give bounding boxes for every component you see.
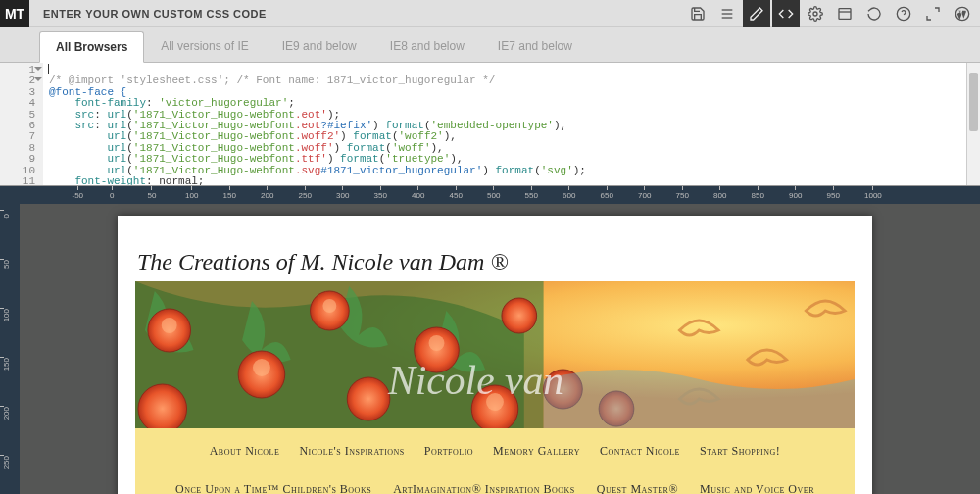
- archive-icon[interactable]: [831, 0, 858, 27]
- nav-item[interactable]: Memory Gallery: [493, 444, 580, 459]
- banner-image: Nicole van: [135, 281, 855, 428]
- svg-text:Nicole van: Nicole van: [387, 358, 564, 403]
- svg-point-3: [813, 12, 817, 16]
- site-nav: About NicoleNicole's InspirationsPortfol…: [135, 428, 855, 494]
- editor-scrollbar[interactable]: [966, 63, 980, 185]
- tab-all-versions-of-ie[interactable]: All versions of IE: [144, 30, 265, 62]
- code-line-2: @font-face {: [49, 86, 126, 98]
- svg-point-12: [138, 384, 187, 428]
- code-line-1: /* @import 'stylesheet.css'; /* Font nam…: [49, 74, 495, 86]
- svg-rect-4: [839, 8, 851, 19]
- nav-item[interactable]: ArtImagination® Inspiration Books: [393, 482, 575, 494]
- svg-point-22: [253, 359, 270, 376]
- tab-ie8-and-below[interactable]: IE8 and below: [373, 30, 481, 62]
- nav-item[interactable]: Music and Voice Over: [700, 482, 814, 494]
- code-area[interactable]: /* @import 'stylesheet.css'; /* Font nam…: [43, 63, 980, 185]
- nav-item[interactable]: Quest Master®: [597, 482, 678, 494]
- site-title: The Creations of M. Nicole van Dam ®: [118, 216, 872, 281]
- topbar: MT ENTER YOUR OWN CUSTOM CSS CODE: [0, 0, 980, 27]
- code-icon[interactable]: [772, 0, 800, 27]
- ruler-vertical: 050100150200250300: [0, 204, 20, 494]
- app-logo: MT: [0, 0, 29, 27]
- nav-item[interactable]: Start Shopping!: [700, 444, 780, 459]
- svg-point-24: [429, 335, 445, 351]
- toolbar-icons: [684, 0, 980, 27]
- help-icon[interactable]: [890, 0, 917, 27]
- wordpress-icon[interactable]: [949, 0, 976, 27]
- tab-ie7-and-below[interactable]: IE7 and below: [481, 30, 589, 62]
- svg-point-15: [347, 377, 390, 420]
- gear-icon[interactable]: [802, 0, 829, 27]
- tab-ie9-and-below[interactable]: IE9 and below: [266, 30, 373, 62]
- workspace: 050100150200250300 The Creations of M. N…: [0, 204, 980, 494]
- list-icon[interactable]: [713, 0, 741, 27]
- svg-point-18: [502, 298, 537, 333]
- expand-icon[interactable]: [919, 0, 947, 27]
- nav-item[interactable]: About Nicole: [210, 444, 280, 459]
- edit-icon[interactable]: [743, 0, 770, 27]
- nav-item[interactable]: Contact Nicole: [600, 444, 680, 459]
- refresh-icon[interactable]: [860, 0, 888, 27]
- nav-item[interactable]: Portfolio: [424, 444, 473, 459]
- svg-point-21: [162, 318, 177, 333]
- panel-title: ENTER YOUR OWN CUSTOM CSS CODE: [43, 8, 267, 20]
- svg-point-23: [322, 299, 336, 313]
- tabbar: All BrowsersAll versions of IEIE9 and be…: [0, 27, 980, 63]
- nav-item[interactable]: Nicole's Inspirations: [299, 444, 404, 459]
- css-editor[interactable]: 1234567891011 /* @import 'stylesheet.css…: [0, 63, 980, 186]
- page-preview: The Creations of M. Nicole van Dam ® N: [118, 216, 872, 494]
- save-icon[interactable]: [684, 0, 711, 27]
- tab-all-browsers[interactable]: All Browsers: [39, 31, 144, 63]
- ruler-horizontal: -500501001502002503003504004505005506006…: [0, 186, 980, 204]
- canvas[interactable]: The Creations of M. Nicole van Dam ® N: [20, 204, 980, 494]
- nav-item[interactable]: Once Upon a Time™ Children's Books: [175, 482, 371, 494]
- line-gutter: 1234567891011: [0, 63, 43, 185]
